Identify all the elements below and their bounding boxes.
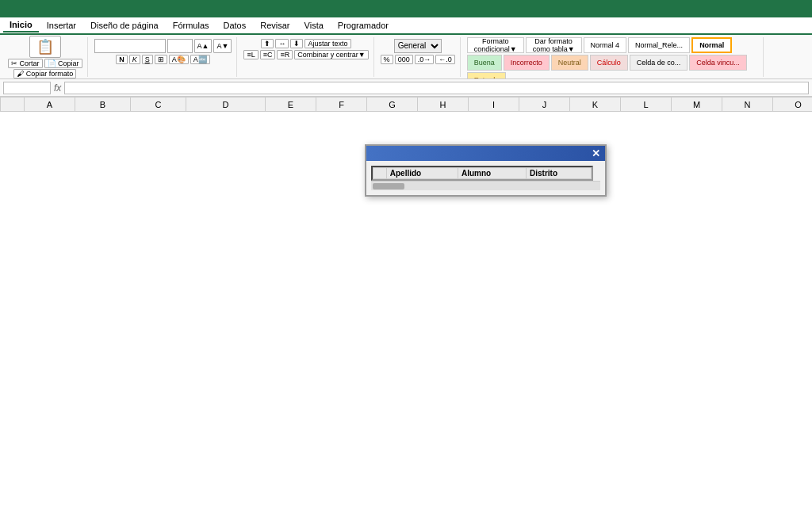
paste-button[interactable]: 📋 — [29, 36, 61, 58]
col-header-A[interactable]: A — [25, 98, 75, 112]
normal-style[interactable]: Normal — [691, 37, 732, 53]
font-color-button[interactable]: A🔤 — [190, 55, 210, 64]
font-increase-button[interactable]: A▲ — [194, 39, 213, 53]
neutral-style[interactable]: Neutral — [551, 55, 588, 71]
formula-fx: fx — [54, 82, 61, 94]
conditional-format-button[interactable]: Formatocondicional▼ — [467, 37, 524, 53]
align-right-button[interactable]: ≡R — [277, 50, 293, 59]
italic-button[interactable]: K — [129, 55, 140, 64]
col-header-C[interactable]: C — [131, 98, 186, 112]
col-header-row: const pd = JSON.parse(document.getElemen… — [1, 98, 813, 112]
toolbar: 📋 ✂ Cortar 📄 Copiar 🖌 Copiar formato A▲ … — [0, 35, 812, 79]
userform-grid-container[interactable]: Apellido Alumno Distrito — [371, 166, 593, 181]
ribbon-tab-insertar[interactable]: Insertar — [40, 19, 82, 32]
percent-button[interactable]: % — [381, 55, 393, 64]
cell-reference-input[interactable] — [3, 82, 51, 94]
align-left-button[interactable]: ≡L — [243, 50, 258, 59]
userform-hscrollbar[interactable] — [371, 181, 600, 190]
normal4-style[interactable]: Normal 4 — [584, 37, 627, 53]
col-header-L[interactable]: L — [621, 98, 672, 112]
hscroll-thumb[interactable] — [373, 183, 404, 189]
formula-bar: fx — [0, 79, 812, 97]
merge-center-button[interactable]: Combinar y centrar▼ — [294, 50, 368, 59]
userform-data-table: Apellido Alumno Distrito — [373, 167, 592, 179]
ribbon-tab-diseño-de-página[interactable]: Diseño de página — [84, 19, 165, 32]
col-header-M[interactable]: M — [672, 98, 722, 112]
fill-color-button[interactable]: A🎨 — [169, 55, 189, 64]
ribbon — [0, 0, 812, 17]
col-header-H[interactable]: H — [418, 98, 469, 112]
col-header-E[interactable]: E — [266, 98, 316, 112]
spreadsheet: const pd = JSON.parse(document.getElemen… — [0, 97, 812, 532]
ribbon-tab-datos[interactable]: Datos — [217, 19, 253, 32]
font-size-input[interactable] — [167, 39, 193, 53]
font-decrease-button[interactable]: A▼ — [213, 39, 232, 53]
copy-button[interactable]: 📄 Copiar — [44, 59, 82, 68]
wrap-text-button[interactable]: Ajustar texto — [304, 39, 350, 48]
number-section: General % 000 .0→ ←.0 — [376, 37, 461, 77]
cut-button[interactable]: ✂ Cortar — [8, 59, 43, 68]
alignment-section: ⬆ ↔ ⬇ Ajustar texto ≡L ≡C ≡R Combinar y … — [239, 37, 373, 77]
ribbon-tab-fórmulas[interactable]: Fórmulas — [167, 19, 216, 32]
formula-input[interactable] — [64, 82, 809, 94]
userform-close-button[interactable]: ✕ — [592, 148, 600, 159]
comma-button[interactable]: 000 — [395, 55, 413, 64]
ribbon-tab-programador[interactable]: Programador — [331, 19, 395, 32]
userform-header-row: Apellido Alumno Distrito — [373, 168, 592, 179]
uf-col-alumno: Alumno — [458, 168, 526, 179]
underline-button[interactable]: S — [142, 55, 153, 64]
uf-col-distrito: Distrito — [527, 168, 592, 179]
border-button[interactable]: ⊞ — [155, 55, 167, 64]
increase-decimal-button[interactable]: .0→ — [415, 55, 435, 64]
font-name-input[interactable] — [94, 39, 166, 53]
sheet-table: const pd = JSON.parse(document.getElemen… — [0, 97, 812, 112]
userform-titlebar[interactable]: ✕ — [366, 146, 605, 161]
align-top-button[interactable]: ⬆ — [261, 39, 274, 48]
col-header-I[interactable]: I — [469, 98, 519, 112]
col-header-O[interactable]: O — [773, 98, 813, 112]
col-header-J[interactable]: J — [519, 98, 570, 112]
decrease-decimal-button[interactable]: ←.0 — [435, 55, 455, 64]
col-header-F[interactable]: F — [316, 98, 367, 112]
bold-button[interactable]: N — [116, 55, 128, 64]
userform-dialog: ✕ Apellido Alumno Distrito — [365, 144, 607, 197]
incorrecto-style[interactable]: Incorrecto — [504, 55, 550, 71]
ribbon-tab-revisar[interactable]: Revisar — [254, 19, 296, 32]
font-section: A▲ A▼ N K S ⊞ A🎨 A🔤 — [90, 37, 238, 77]
col-header-N[interactable]: N — [722, 98, 773, 112]
celda-co-style[interactable]: Celda de co... — [630, 55, 688, 71]
ribbon-tab-inicio[interactable]: Inicio — [3, 18, 39, 33]
uf-col-alumno-num — [373, 168, 387, 179]
format-as-table-button[interactable]: Dar formatocomo tabla▼ — [526, 37, 582, 53]
format-copy-button[interactable]: 🖌 Copiar formato — [13, 69, 76, 78]
number-format-select[interactable]: General — [394, 39, 442, 53]
align-middle-button[interactable]: ↔ — [275, 39, 289, 48]
clipboard-section: 📋 ✂ Cortar 📄 Copiar 🖌 Copiar formato — [3, 37, 88, 77]
col-header-D[interactable]: D — [186, 98, 266, 112]
buena-style[interactable]: Buena — [467, 55, 502, 71]
entrada-style[interactable]: Entrada — [467, 72, 507, 80]
col-header-B[interactable]: B — [75, 98, 131, 112]
align-center-button[interactable]: ≡C — [260, 50, 276, 59]
celda-vinc-style[interactable]: Celda vincu... — [689, 55, 747, 71]
ribbon-tab-vista[interactable]: Vista — [298, 19, 330, 32]
col-header-K[interactable]: K — [570, 98, 621, 112]
styles-section: Formatocondicional▼ Dar formatocomo tabl… — [462, 37, 764, 77]
calc-style[interactable]: Cálculo — [590, 55, 628, 71]
col-header-G[interactable]: G — [367, 98, 418, 112]
align-bottom-button[interactable]: ⬇ — [290, 39, 303, 48]
uf-col-apellido: Apellido — [386, 168, 458, 179]
normal-rele-style[interactable]: Normal_Rele... — [628, 37, 690, 53]
